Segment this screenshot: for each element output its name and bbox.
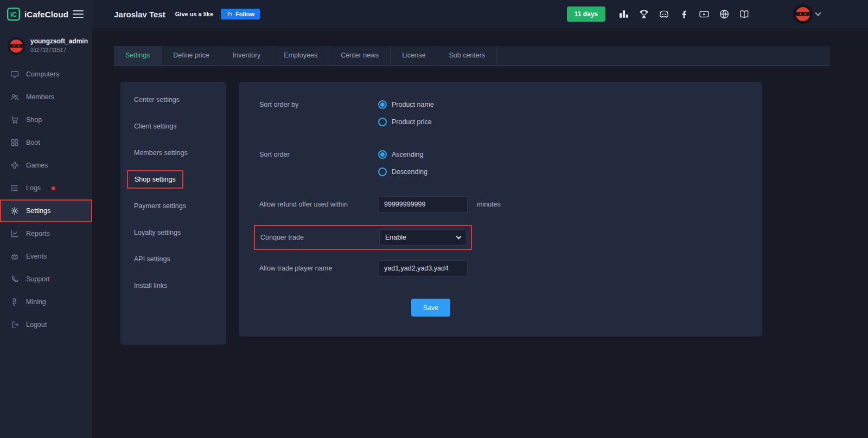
license-days-badge[interactable]: 11 days: [567, 7, 605, 22]
user-block: youngzsoft_admin 032712711517: [0, 28, 92, 63]
trade-player-names-input[interactable]: [378, 260, 468, 276]
logs-alert-dot: [52, 186, 55, 190]
chevron-down-icon: [456, 234, 462, 239]
topbar: iC iCafeCloud Jaroslav Test Give us a li…: [0, 0, 868, 28]
tab-inventory[interactable]: Inventory: [221, 46, 272, 65]
sort-order-by-row: Sort order by Product name Product price: [259, 100, 762, 126]
tab-license[interactable]: License: [391, 46, 437, 65]
logo-area: iC iCafeCloud: [0, 0, 92, 28]
thumbs-up-icon: [226, 11, 233, 17]
discord-icon[interactable]: [658, 8, 670, 20]
radio-product-price[interactable]: [378, 118, 387, 126]
refund-window-row: Allow refund offer used within minutes: [259, 196, 762, 212]
settings-menu-item-shop[interactable]: Shop settings: [120, 166, 226, 192]
logo-text: iCafeCloud: [24, 10, 68, 19]
tab-settings[interactable]: Settings: [114, 46, 162, 65]
sidebar: youngzsoft_admin 032712711517 Computers …: [0, 28, 92, 438]
radio-option-descending[interactable]: Descending: [378, 168, 427, 176]
settings-menu-item-api[interactable]: API settings: [120, 246, 226, 272]
topbar-actions: 11 days: [567, 4, 868, 24]
globe-icon[interactable]: [718, 8, 730, 20]
sidebar-item-games[interactable]: Games: [0, 154, 92, 177]
center-title: Jaroslav Test: [114, 10, 165, 19]
sidebar-item-reports[interactable]: Reports: [0, 222, 92, 245]
sort-order-by-label: Sort order by: [259, 101, 378, 108]
facebook-icon[interactable]: [678, 8, 690, 20]
radio-option-product-price[interactable]: Product price: [378, 118, 434, 126]
svg-text:iC: iC: [10, 11, 17, 18]
conquer-trade-select[interactable]: Enable: [379, 229, 467, 246]
sidebar-item-logout[interactable]: Logout: [0, 313, 92, 336]
like-prompt: Give us a like: [175, 11, 213, 17]
radio-ascending[interactable]: [378, 150, 387, 159]
tab-employees[interactable]: Employees: [272, 46, 329, 65]
refund-window-suffix: minutes: [477, 201, 501, 208]
radio-descending[interactable]: [378, 168, 387, 176]
conquer-trade-label: Conquer trade: [260, 234, 379, 241]
settings-submenu: Center settings Client settings Members …: [120, 82, 226, 345]
settings-menu-item-center[interactable]: Center settings: [120, 86, 226, 113]
settings-tabbar: Settings Define price Inventory Employee…: [114, 46, 830, 66]
main-content: Settings Define price Inventory Employee…: [92, 28, 868, 438]
trophy-icon[interactable]: [638, 8, 650, 20]
sidebar-item-logs[interactable]: Logs: [0, 177, 92, 199]
shop-settings-panel: Sort order by Product name Product price…: [239, 82, 762, 337]
radio-product-name[interactable]: [378, 100, 387, 109]
sidebar-item-computers[interactable]: Computers: [0, 63, 92, 86]
radio-option-ascending[interactable]: Ascending: [378, 150, 427, 159]
refund-window-input[interactable]: [378, 196, 468, 212]
user-name: youngzsoft_admin: [30, 37, 88, 45]
handbook-icon[interactable]: [738, 8, 750, 20]
settings-menu-item-client[interactable]: Client settings: [120, 113, 226, 139]
user-avatar: [8, 37, 25, 55]
sort-order-row: Sort order Ascending Descending: [259, 150, 762, 176]
settings-menu-item-payment[interactable]: Payment settings: [120, 192, 226, 219]
logo-icon: iC: [7, 7, 21, 21]
sidebar-nav: Computers Members Shop Boot Games Logs S…: [0, 63, 92, 336]
refund-window-label: Allow refund offer used within: [259, 201, 378, 208]
trade-player-names-label: Allow trade player name: [259, 265, 378, 272]
settings-menu-item-loyalty[interactable]: Loyalty settings: [120, 219, 226, 246]
sidebar-item-members[interactable]: Members: [0, 86, 92, 108]
sidebar-item-mining[interactable]: Mining: [0, 291, 92, 313]
sidebar-item-events[interactable]: Events: [0, 245, 92, 268]
sidebar-item-boot[interactable]: Boot: [0, 131, 92, 154]
settings-menu-item-install-links[interactable]: Install links: [120, 272, 226, 299]
save-button[interactable]: Save: [411, 299, 450, 317]
tab-center-news[interactable]: Center news: [329, 46, 391, 65]
tab-define-price[interactable]: Define price: [162, 46, 221, 65]
sort-order-options: Ascending Descending: [378, 150, 427, 176]
conquer-trade-row: Conquer trade Enable: [254, 225, 472, 250]
account-menu[interactable]: [793, 4, 820, 24]
settings-menu-item-members[interactable]: Members settings: [120, 139, 226, 166]
chevron-down-icon: [815, 10, 821, 16]
user-id: 032712711517: [30, 47, 88, 53]
leaderboard-icon[interactable]: [618, 8, 630, 20]
settings-content: Center settings Client settings Members …: [120, 82, 868, 345]
youtube-icon[interactable]: [698, 8, 710, 20]
sidebar-item-support[interactable]: Support: [0, 268, 92, 291]
tab-sub-centers[interactable]: Sub centers: [437, 46, 497, 65]
account-avatar: [793, 4, 813, 24]
facebook-follow-button[interactable]: Follow: [221, 9, 260, 20]
app-logo[interactable]: iC iCafeCloud: [7, 7, 68, 21]
radio-option-product-name[interactable]: Product name: [378, 100, 434, 109]
sort-order-by-options: Product name Product price: [378, 100, 434, 126]
sidebar-item-shop[interactable]: Shop: [0, 108, 92, 131]
trade-player-names-row: Allow trade player name: [259, 260, 762, 276]
hamburger-menu-icon[interactable]: [73, 10, 84, 18]
sort-order-label: Sort order: [259, 151, 378, 158]
sidebar-item-settings[interactable]: Settings: [0, 199, 92, 222]
